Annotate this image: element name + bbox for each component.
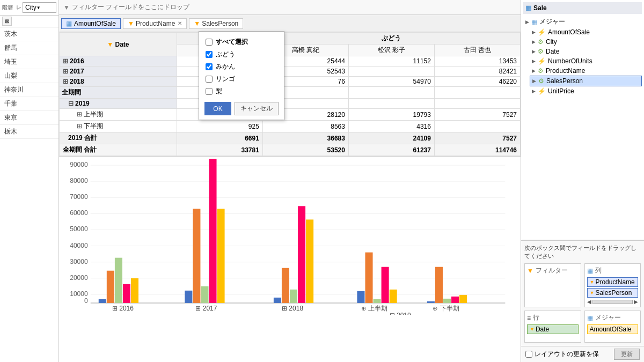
total-mikan: 33781: [177, 144, 262, 156]
mikan-item[interactable]: みかん: [203, 61, 280, 73]
expand-2016[interactable]: ⊞: [63, 57, 68, 65]
expand-icon: ▶: [532, 39, 536, 45]
table-row: ⊞2016 2370 25444 11152 13453: [60, 56, 521, 67]
ringo-checkbox[interactable]: [206, 76, 213, 83]
svg-text:⊕ 上半期: ⊕ 上半期: [361, 305, 387, 312]
field-date[interactable]: ▶ ⚙ Date: [530, 47, 642, 56]
city-item[interactable]: 東京: [0, 111, 58, 125]
select-all-label[interactable]: すべて選択: [216, 38, 248, 47]
expand-icon: ▶: [525, 19, 529, 25]
dim-icon: ⚙: [538, 48, 544, 55]
date-header: ▼ Date: [60, 33, 177, 56]
chip-label: Date: [536, 326, 549, 333]
field-salesperson[interactable]: ▶ ⚙ SalesPerson: [530, 76, 642, 86]
year-2016: ⊞2016: [60, 56, 177, 67]
row-drag-box[interactable]: ≡ 行 ▼ Date: [524, 311, 581, 343]
product-name-filter-button[interactable]: ▼ ProductName ✕: [123, 18, 187, 29]
svg-rect-27: [193, 209, 200, 303]
svg-text:40000: 40000: [70, 242, 88, 249]
filter-drag-box[interactable]: ▼ フィルター: [524, 263, 581, 307]
svg-text:⊕ 下半期: ⊕ 下半期: [433, 305, 459, 312]
mikan-label[interactable]: みかん: [216, 62, 235, 71]
budou-checkbox[interactable]: [206, 51, 213, 58]
ringo-item[interactable]: リンゴ: [203, 73, 280, 85]
field-label: メジャー: [539, 17, 565, 26]
table-row: ⊟2019: [60, 99, 521, 109]
select-all-item[interactable]: すべて選択: [203, 36, 280, 48]
scroll-right-btn[interactable]: ▶: [634, 299, 638, 305]
dim-icon: ⚡: [538, 87, 546, 95]
field-city[interactable]: ▶ ⚙ City: [530, 37, 642, 47]
field-unitprice[interactable]: ▶ ⚡ UnitPrice: [530, 86, 642, 96]
amount-chip[interactable]: AmountOfSale: [587, 324, 639, 334]
svg-rect-41: [374, 299, 381, 303]
budou-label[interactable]: ぶどう: [216, 50, 235, 59]
dropdown-cancel-button[interactable]: キャンセル: [235, 102, 279, 115]
drag-box-title: 次のボックス間でフィールドをドラッグしてください: [524, 244, 641, 260]
scroll-left-btn[interactable]: ◀: [587, 299, 591, 305]
expand-h2[interactable]: ⊞: [77, 122, 82, 130]
product-filter-dropdown: すべて選択 ぶどう みかん リンゴ 梨 OK キャンセル: [199, 31, 284, 120]
filter-bar[interactable]: ▼ フィルター フィールドをここにドロップ: [59, 0, 521, 15]
empty-cell: [434, 99, 520, 109]
col-drag-box[interactable]: ▦ 列 ▼ ProductName ▼ SalesPerson ◀ ▶: [584, 263, 641, 307]
expand-h1[interactable]: ⊞: [77, 110, 82, 118]
city-item[interactable]: 神奈川: [0, 83, 58, 97]
svg-rect-20: [99, 299, 106, 303]
svg-text:70000: 70000: [70, 193, 88, 201]
svg-rect-26: [185, 291, 192, 303]
expand-2017[interactable]: ⊞: [63, 68, 68, 75]
city-item[interactable]: 群馬: [0, 41, 58, 55]
nashi-checkbox[interactable]: [206, 88, 213, 95]
dropdown-ok-button[interactable]: OK: [204, 102, 231, 115]
table-row: 全期間: [60, 87, 521, 99]
dim-icon: ⚡: [538, 57, 546, 65]
field-label: AmountOfSale: [548, 28, 590, 36]
city-dropdown-text: City: [25, 4, 36, 11]
budou-item[interactable]: ぶどう: [203, 48, 280, 61]
amount-of-sale-button[interactable]: ▦ AmountOfSale: [61, 18, 121, 29]
right-panel: ▦ Sale ▶ ▦ メジャー ▶ ⚡ AmountOfSale ▶ ⚙ Cit…: [521, 0, 644, 362]
city-item[interactable]: 栃木: [0, 125, 58, 139]
close-icon[interactable]: ✕: [178, 20, 182, 26]
table-area: ▼ Date みか ぶどう 高橋 真紀 高橋 真紀 松沢 彩子 古田 哲也: [59, 32, 521, 362]
update-checkbox-area[interactable]: レイアウトの更新を保: [525, 350, 599, 359]
svg-rect-47: [443, 299, 451, 303]
sales-chip[interactable]: ▼ SalesPerson: [587, 288, 639, 298]
dim-icon: ⚙: [538, 77, 544, 85]
sub-col-3: 古田 哲也: [434, 45, 520, 56]
ringo-label[interactable]: リンゴ: [216, 75, 235, 84]
svg-text:60000: 60000: [70, 209, 88, 217]
zenki-label: 全期間: [60, 87, 177, 99]
update-button[interactable]: 更新: [614, 349, 640, 360]
filter-icon-btn[interactable]: ⊠: [2, 17, 12, 26]
sales-person-filter-button[interactable]: ▼ SalesPerson: [189, 18, 243, 29]
city-item[interactable]: 山梨: [0, 69, 58, 83]
layout-update-label[interactable]: レイアウトの更新を保: [535, 350, 599, 359]
svg-text:⊞ 2017: ⊞ 2017: [195, 305, 217, 312]
field-numberofunits[interactable]: ▶ ⚡ NumberOfUnits: [530, 56, 642, 66]
product-chip[interactable]: ▼ ProductName: [587, 277, 639, 287]
pivot-table-wrapper[interactable]: ▼ Date みか ぶどう 高橋 真紀 高橋 真紀 松沢 彩子 古田 哲也: [59, 32, 521, 156]
expand-2019[interactable]: ⊟: [68, 100, 74, 107]
city-item[interactable]: 千葉: [0, 97, 58, 111]
measure-drag-box[interactable]: ▦ メジャー AmountOfSale: [584, 311, 641, 343]
svg-rect-46: [435, 267, 443, 303]
field-majaa[interactable]: ▶ ▦ メジャー: [523, 16, 642, 27]
date-chip[interactable]: ▼ Date: [527, 324, 579, 334]
expand-icon: ▶: [532, 88, 536, 94]
nashi-item[interactable]: 梨: [203, 85, 280, 98]
field-label: City: [546, 38, 557, 46]
nashi-label[interactable]: 梨: [216, 87, 222, 96]
city-item[interactable]: 埼玉: [0, 55, 58, 69]
expand-2018[interactable]: ⊞: [63, 78, 68, 85]
layout-update-checkbox[interactable]: [525, 351, 532, 358]
field-amountofsale[interactable]: ▶ ⚡ AmountOfSale: [530, 27, 642, 37]
city-item[interactable]: 茨木: [0, 27, 58, 41]
field-productname[interactable]: ▶ ⚙ ProductName: [530, 66, 642, 76]
city-dropdown[interactable]: City ▼: [23, 2, 56, 13]
expand-icon: ▶: [532, 68, 536, 73]
mikan-checkbox[interactable]: [206, 63, 213, 70]
select-all-checkbox[interactable]: [206, 39, 213, 46]
cell-2017-b2: [348, 67, 434, 77]
